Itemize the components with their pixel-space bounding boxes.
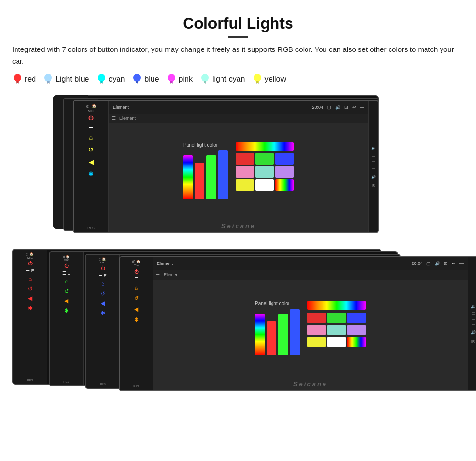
color-bars-group [183, 150, 228, 199]
bar-red [195, 163, 204, 199]
bottom-bars [255, 309, 300, 355]
bottom-bt-icon[interactable]: ✱ [134, 316, 139, 323]
bottom-bar-blue [290, 309, 300, 355]
bottom-ir-label: IR [471, 340, 475, 343]
color-item-red: red [12, 73, 36, 85]
color-indicators-row: red Light blue cyan [10, 73, 466, 85]
bottom-refresh-icon[interactable]: ↺ [134, 295, 139, 302]
bottom-back-icon[interactable]: ◀ [134, 306, 138, 313]
swatches-grid [236, 153, 294, 204]
watermark-area: Seicane [109, 222, 368, 232]
bar-rainbow [183, 155, 193, 199]
screen-main: Element 20:04 ▢ 🔊 ⊡ ↩ — ☰ Element [109, 101, 368, 232]
svg-point-4 [44, 74, 52, 82]
swatch-purple[interactable] [275, 166, 294, 178]
bottom-bar-green [278, 314, 288, 355]
back-nav-icon: ↩ [352, 105, 356, 110]
power-icon[interactable]: ⏻ [88, 115, 94, 121]
bottom-vol-slider: 🔉 🔊 IR [468, 257, 476, 390]
red-bulb-icon [12, 73, 23, 85]
menu-subbar-icon: ☰ [112, 116, 116, 121]
top-panels-section: ))) 🏠 MIC ⏻ ☰ ⌂ ↺ ◀ ✱ RES ))) 🏠 MIC ⏻ [10, 95, 466, 238]
svg-rect-21 [204, 81, 206, 83]
bottom-power-icon[interactable]: ⏻ [134, 269, 139, 274]
vol-minus-icon[interactable]: 🔉 [371, 146, 376, 150]
refresh-icon[interactable]: ↺ [88, 146, 94, 153]
lightcyan-bulb-icon [200, 73, 210, 85]
bottom-topbar: Element 20:04 ▢ 🔊 ⊡ ↩ — [153, 257, 468, 270]
page-container: Colorful Lights Integrated with 7 colors… [0, 0, 476, 402]
bottom-swatch-yellow[interactable] [307, 337, 326, 347]
swatch-yellow[interactable] [236, 179, 254, 191]
home-icon-top: 🏠 [92, 104, 97, 108]
swatch-green[interactable] [255, 153, 274, 165]
bottom-swatch-green[interactable] [327, 313, 346, 323]
color-item-yellow: yellow [252, 73, 286, 85]
vol-plus-icon[interactable]: 🔊 [371, 175, 376, 179]
bottom-swatch-rainbow[interactable] [347, 337, 366, 347]
svg-point-0 [14, 74, 21, 82]
menu-icon[interactable]: ☰ [89, 125, 93, 130]
battery-icon: ▢ [327, 105, 331, 110]
bottom-vol-minus[interactable]: 🔉 [471, 304, 476, 309]
vol-slider-right: 🔉 🔊 IR [368, 101, 378, 232]
screen-subbar: ☰ Element [109, 114, 368, 123]
main-front-panel: ))) 🏠 MIC ⏻ ☰ ⌂ ↺ ◀ ✱ RES Element 20:04 [73, 100, 379, 233]
swatch-pink[interactable] [236, 166, 254, 178]
bottom-swatch-white[interactable] [327, 337, 346, 347]
color-item-lightcyan: light cyan [200, 73, 245, 85]
bar-green [206, 155, 216, 199]
color-item-lightblue: Light blue [43, 73, 89, 85]
close-screen-icon: — [360, 105, 364, 110]
signal-icon: ⊡ [344, 105, 348, 110]
title-section: Colorful Lights [10, 15, 466, 38]
color-label-pink: pink [179, 75, 193, 83]
bluetooth-icon[interactable]: ✱ [88, 170, 94, 178]
svg-rect-13 [136, 81, 138, 83]
swatch-blue[interactable] [275, 153, 294, 165]
bottom-swatches-grid [307, 313, 366, 360]
bottom-bar-red [267, 321, 276, 355]
bottom-swatch-purple[interactable] [347, 325, 366, 335]
swatch-white[interactable] [255, 179, 274, 191]
back-icon[interactable]: ◀ [89, 158, 94, 165]
panel-light-title: Panel light color [183, 142, 228, 148]
element-sublabel: Element [119, 116, 136, 121]
color-item-cyan: cyan [96, 73, 125, 85]
color-label-lightcyan: light cyan [212, 75, 245, 83]
svg-point-16 [168, 74, 175, 82]
page-title: Colorful Lights [10, 15, 466, 33]
swatch-red[interactable] [236, 153, 254, 165]
color-item-pink: pink [166, 73, 193, 85]
lightblue-bulb-icon [43, 73, 53, 85]
bottom-bars-left: Panel light color [255, 301, 300, 355]
svg-rect-5 [47, 81, 50, 83]
bottom-swatch-blue[interactable] [347, 313, 366, 323]
yellow-bulb-icon [252, 73, 263, 85]
bottom-swatch-pink[interactable] [307, 325, 326, 335]
bottom-rainbow-bar [307, 301, 366, 310]
bottom-swatch-red[interactable] [307, 313, 326, 323]
color-label-cyan: cyan [109, 75, 125, 83]
bottom-subbar: ☰ Element [153, 270, 468, 280]
mic-icon: ))) [86, 104, 90, 108]
nav-icon[interactable]: ⌂ [89, 134, 93, 141]
vol-icon: 🔊 [335, 105, 340, 110]
swatch-teal[interactable] [255, 166, 274, 178]
svg-rect-25 [256, 81, 259, 83]
bottom-res-label: RES [133, 385, 139, 388]
cyan-bulb-icon [96, 73, 107, 85]
bottom-nav-icon[interactable]: ⌂ [135, 284, 138, 291]
bottom-menu-icon[interactable]: ☰ [135, 277, 138, 281]
bottom-vol-plus[interactable]: 🔊 [471, 330, 476, 335]
bottom-screen: Element 20:04 ▢ 🔊 ⊡ ↩ — ☰ Element [153, 257, 468, 390]
blue-bulb-icon [132, 73, 142, 85]
swatch-rainbow[interactable] [275, 179, 294, 191]
bottom-swatch-teal[interactable] [327, 325, 346, 335]
res-label-main: RES [87, 226, 94, 230]
svg-point-20 [201, 74, 209, 82]
ir-label: IR [372, 184, 375, 187]
color-label-blue: blue [144, 75, 159, 83]
seicane-watermark: Seicane [109, 222, 368, 232]
vol-tick-1 [372, 154, 375, 154]
